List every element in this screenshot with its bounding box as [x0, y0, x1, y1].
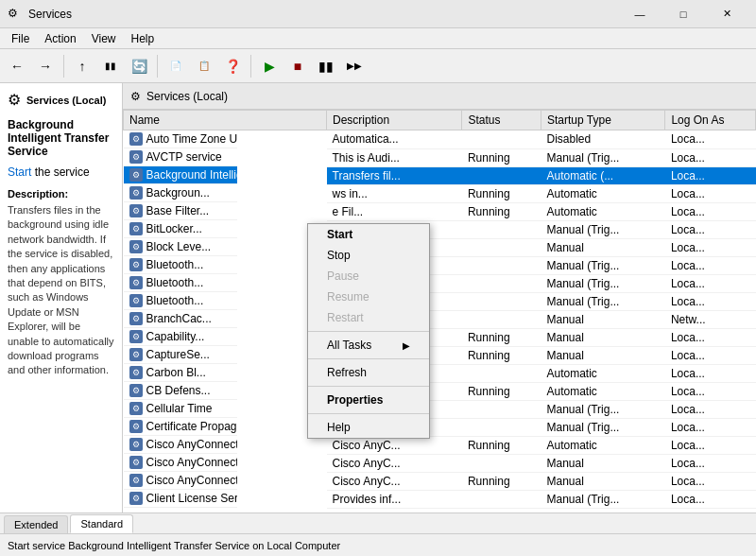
service-name-text: Cellular Time — [146, 402, 213, 415]
services-table-wrapper[interactable]: Name Description Status Startup Type Log… — [123, 110, 756, 513]
service-logon-cell: Loca... — [665, 274, 756, 292]
table-row[interactable]: ⚙Block Leve...BENG...ManualLoca... — [124, 238, 756, 256]
service-name-text: Cisco AnyConnect SWG Ag... — [146, 456, 237, 469]
export-list-button[interactable]: 📄 — [163, 53, 189, 79]
context-menu-item-stop[interactable]: Stop — [308, 245, 429, 266]
properties-button[interactable]: 📋 — [191, 53, 217, 79]
status-bar: Start service Background Intelligent Tra… — [0, 533, 756, 556]
col-logon[interactable]: Log On As — [665, 111, 756, 130]
minimize-button[interactable]: — — [618, 0, 662, 28]
service-startup-cell: Manual — [541, 472, 665, 490]
maximize-button[interactable]: □ — [662, 0, 705, 28]
start-service-link[interactable]: Start — [8, 165, 31, 179]
service-startup-cell: Manual — [541, 238, 665, 256]
menu-help[interactable]: Help — [124, 30, 163, 47]
service-name-cell: ⚙BitLocker... — [124, 220, 237, 238]
tab-standard[interactable]: Standard — [70, 514, 133, 533]
table-row[interactable]: ⚙Capability...s fac...RunningManualLoca.… — [124, 328, 756, 346]
table-row[interactable]: ⚙Cisco AnyConnect Secure ...Cisco AnyC..… — [124, 436, 756, 454]
menu-file[interactable]: File — [4, 30, 37, 47]
stop-service-button[interactable]: ■ — [284, 53, 311, 79]
description-block: Description: Transfers files in the back… — [8, 188, 114, 378]
table-row[interactable]: ⚙Cisco AnyConnect SWG Ag...Cisco AnyC...… — [124, 454, 756, 472]
service-row-icon: ⚙ — [129, 312, 143, 325]
table-row[interactable]: ⚙Backgroun...ws in...RunningAutomaticLoc… — [124, 184, 756, 202]
help-button[interactable]: ❓ — [219, 53, 246, 79]
service-name-cell: ⚙Cisco AnyConnect Secure ... — [124, 436, 237, 454]
back-button[interactable]: ← — [4, 53, 30, 79]
col-description[interactable]: Description — [327, 111, 462, 130]
forward-button[interactable]: → — [32, 53, 59, 79]
table-row[interactable]: ⚙Cellular TimeThis service ...Manual (Tr… — [124, 400, 756, 418]
service-startup-cell: Automatic — [541, 184, 665, 202]
menu-view[interactable]: View — [84, 30, 124, 47]
table-row[interactable]: ⚙Client License Service (ClipS...Provide… — [124, 490, 756, 508]
context-menu-item-label: Pause — [327, 269, 359, 283]
context-menu-item-properties[interactable]: Properties — [308, 390, 429, 410]
table-row[interactable]: ⚙AVCTP serviceThis is Audi...RunningManu… — [124, 148, 756, 166]
service-status-cell — [462, 130, 541, 149]
context-menu-item-pause: Pause — [308, 266, 429, 287]
table-row[interactable]: ⚙Base Filter...e Fil...RunningAutomaticL… — [124, 202, 756, 220]
service-status-cell — [462, 256, 541, 274]
restart-service-button[interactable]: ▶▶ — [341, 53, 368, 79]
service-row-icon: ⚙ — [129, 168, 143, 182]
service-startup-cell: Manual (Trig... — [541, 274, 665, 292]
service-status-cell: Running — [462, 328, 541, 346]
service-name-cell: ⚙Block Leve... — [124, 238, 237, 256]
table-row[interactable]: ⚙Carbon Bl...Blac...AutomaticLoca... — [124, 364, 756, 382]
table-header-row: Name Description Status Startup Type Log… — [124, 111, 756, 130]
table-row[interactable]: ⚙Certificate PropagationCopies user ...M… — [124, 418, 756, 436]
up-button[interactable]: ↑ — [69, 53, 95, 79]
table-row[interactable]: ⚙BranchCac...service ...ManualNetw... — [124, 310, 756, 328]
title-bar: ⚙ Services — □ ✕ — [0, 0, 756, 28]
panel-header-text: Services (Local) — [146, 90, 228, 103]
app-icon: ⚙ — [8, 7, 23, 22]
context-menu-item-all-tasks[interactable]: All Tasks▶ — [308, 335, 429, 356]
tab-extended[interactable]: Extended — [4, 515, 68, 533]
col-status[interactable]: Status — [462, 111, 541, 130]
service-row-icon: ⚙ — [129, 222, 143, 235]
col-name[interactable]: Name — [124, 111, 327, 130]
table-row[interactable]: ⚙CaptureSe...s opti...RunningManualLoca.… — [124, 346, 756, 364]
service-name-text: Cisco AnyConnect Umbrell... — [146, 474, 237, 487]
close-button[interactable]: ✕ — [705, 0, 748, 28]
menu-action[interactable]: Action — [37, 30, 83, 47]
service-status-cell — [462, 400, 541, 418]
service-desc-cell: Cisco AnyC... — [327, 454, 462, 472]
service-row-icon: ⚙ — [129, 348, 143, 361]
service-logon-cell: Loca... — [665, 436, 756, 454]
refresh-button[interactable]: 🔄 — [126, 53, 152, 79]
service-status-cell: Running — [462, 202, 541, 220]
pause-service-button[interactable]: ▮▮ — [313, 53, 339, 79]
table-row[interactable]: ⚙Bluetooth...btoo...Manual (Trig...Loca.… — [124, 292, 756, 310]
service-logon-cell: Loca... — [665, 166, 756, 184]
table-row[interactable]: ⚙CB Defens...Blac...RunningAutomaticLoca… — [124, 382, 756, 400]
service-startup-cell: Automatic — [541, 382, 665, 400]
table-row[interactable]: ⚙Cisco AnyConnect Umbrell...Cisco AnyC..… — [124, 472, 756, 490]
context-menu-submenu-arrow: ▶ — [403, 340, 410, 351]
service-startup-cell: Manual — [541, 328, 665, 346]
col-startup[interactable]: Startup Type — [541, 111, 665, 130]
service-logon-cell: Loca... — [665, 148, 756, 166]
service-name-text: BitLocker... — [146, 222, 202, 235]
context-menu-item-refresh[interactable]: Refresh — [308, 362, 429, 383]
service-name-cell: ⚙CB Defens... — [124, 382, 237, 400]
table-row[interactable]: ⚙BitLocker...C hos...Manual (Trig...Loca… — [124, 220, 756, 238]
service-name-text: Capability... — [146, 330, 205, 343]
service-startup-cell: Manual (Trig... — [541, 292, 665, 310]
context-menu-item-start[interactable]: Start — [308, 224, 429, 245]
table-row[interactable]: ⚙Bluetooth...sup...Manual (Trig...Loca..… — [124, 256, 756, 274]
table-row[interactable]: ⚙Bluetooth...btoo...Manual (Trig...Loca.… — [124, 274, 756, 292]
start-text: the service — [31, 165, 89, 179]
table-row[interactable]: ⚙Background Intelligent Transfer...Trans… — [124, 166, 756, 184]
context-menu-separator — [308, 358, 429, 359]
toolbar-sep-3 — [250, 55, 251, 78]
show-hide-button[interactable]: ▮▮ — [97, 53, 124, 79]
bottom-tabs: Extended Standard — [0, 513, 756, 533]
table-row[interactable]: ⚙Auto Time Zone UpdaterAutomatica...Disa… — [124, 130, 756, 149]
service-status-cell — [462, 310, 541, 328]
start-service-button[interactable]: ▶ — [256, 53, 283, 79]
service-row-icon: ⚙ — [129, 330, 143, 343]
context-menu-item-help[interactable]: Help — [308, 417, 429, 438]
